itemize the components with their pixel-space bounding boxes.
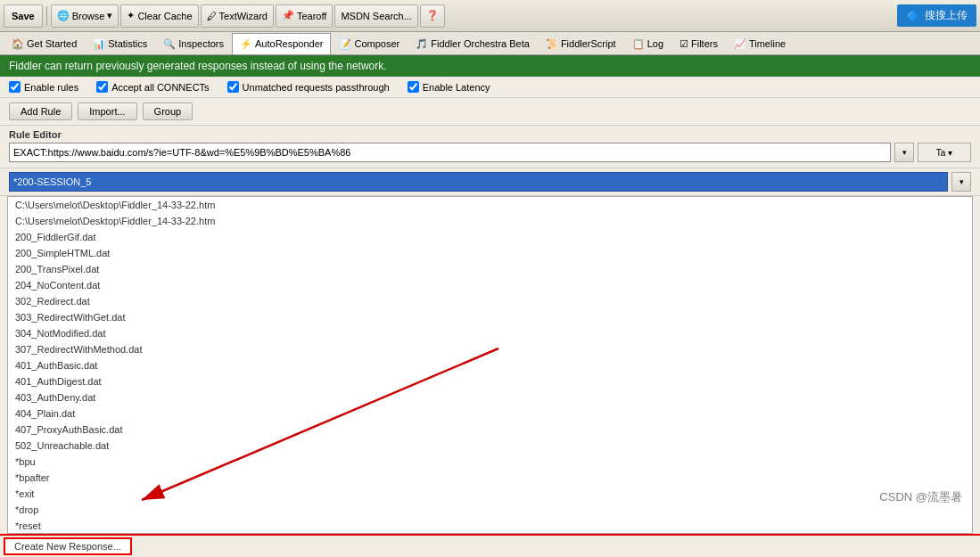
info-bar: Fiddler can return previously generated … [0, 55, 980, 77]
list-item[interactable]: *exit [8, 486, 972, 502]
composer-icon: 📝 [339, 38, 351, 50]
list-item[interactable]: 403_AuthDeny.dat [8, 389, 972, 405]
clear-cache-icon: ✦ [127, 10, 135, 21]
tab-autoresponder[interactable]: ⚡ AutoResponder [232, 33, 331, 54]
list-item[interactable]: 401_AuthDigest.dat [8, 373, 972, 389]
filters-icon: ☑ [679, 38, 688, 50]
list-item[interactable]: *bpu [8, 454, 972, 470]
selected-rule-input[interactable] [9, 172, 948, 192]
list-item[interactable]: 502_Unreachable.dat [8, 438, 972, 454]
checkbox-bar: Enable rules Accept all CONNECTs Unmatch… [0, 77, 980, 98]
inspectors-icon: 🔍 [163, 38, 176, 50]
separator-1 [46, 6, 47, 26]
enable-rules-checkbox[interactable]: Enable rules [9, 81, 78, 93]
list-item[interactable]: *reset [8, 518, 972, 534]
tab-fiddlerscript[interactable]: 📜 FiddlerScript [538, 33, 624, 54]
rule-url-input[interactable] [9, 143, 891, 162]
create-btn-row: Create New Response... [0, 534, 980, 557]
button-row: Add Rule Import... Group [0, 98, 980, 126]
statistics-icon: 📊 [93, 38, 105, 50]
group-button[interactable]: Group [143, 102, 194, 120]
badge-icon: 🔷 [906, 10, 919, 22]
help-button[interactable]: ❓ [420, 4, 445, 28]
tab-timeline[interactable]: 📈 Timeline [726, 33, 794, 54]
text-wizard-icon: 🖊 [207, 11, 217, 21]
list-item[interactable]: C:\Users\melot\Desktop\Fiddler_14-33-22.… [8, 197, 972, 213]
msdn-search-button[interactable]: MSDN Search... [334, 4, 417, 28]
toolbar: Save 🌐 Browse ▾ ✦ Clear Cache 🖊 TextWiza… [0, 0, 980, 32]
log-icon: 📋 [632, 38, 645, 50]
save-button[interactable]: Save [4, 4, 43, 28]
list-items-container: C:\Users\melot\Desktop\Fiddler_14-33-22.… [8, 197, 972, 534]
rule-action-dropdown[interactable]: Ta ▾ [918, 143, 971, 162]
tab-statistics[interactable]: 📊 Statistics [85, 33, 155, 54]
enable-latency-checkbox[interactable]: Enable Latency [408, 81, 490, 93]
rule-editor-label: Rule Editor [9, 129, 971, 140]
list-item[interactable]: *drop [8, 502, 972, 518]
chevron-down-icon: ▾ [107, 10, 112, 21]
tab-inspectors[interactable]: 🔍 Inspectors [155, 33, 232, 54]
import-button[interactable]: Import... [78, 102, 136, 120]
list-item[interactable]: 404_Plain.dat [8, 405, 972, 422]
list-item[interactable]: 304_NotModified.dat [8, 325, 972, 341]
timeline-icon: 📈 [734, 38, 746, 50]
browse-button[interactable]: 🌐 Browse ▾ [51, 4, 119, 28]
response-list[interactable]: C:\Users\melot\Desktop\Fiddler_14-33-22.… [7, 196, 973, 534]
list-item[interactable]: 200_TransPixel.dat [8, 261, 972, 277]
tab-bar: 🏠 Get Started 📊 Statistics 🔍 Inspectors … [0, 32, 980, 55]
tab-composer[interactable]: 📝 Composer [331, 33, 408, 54]
list-item[interactable]: 200_FiddlerGif.dat [8, 229, 972, 245]
list-item[interactable]: 204_NoContent.dat [8, 277, 972, 293]
main-content: Fiddler can return previously generated … [0, 55, 980, 557]
accept-connects-checkbox[interactable]: Accept all CONNECTs [96, 81, 209, 93]
fiddlerscript-icon: 📜 [546, 38, 558, 50]
list-item[interactable]: 302_Redirect.dat [8, 293, 972, 309]
globe-icon: 🌐 [57, 10, 70, 21]
list-item[interactable]: 307_RedirectWithMethod.dat [8, 341, 972, 357]
text-wizard-button[interactable]: 🖊 TextWizard [201, 4, 274, 28]
list-item[interactable]: 407_ProxyAuthBasic.dat [8, 422, 972, 438]
tearoff-icon: 📌 [282, 10, 294, 21]
tab-filters[interactable]: ☑ Filters [671, 33, 726, 54]
autoresponder-icon: ⚡ [240, 38, 252, 50]
list-item[interactable]: 200_SimpleHTML.dat [8, 245, 972, 261]
rule-dropdown-button[interactable]: ▾ [894, 143, 914, 162]
unmatched-passthrough-checkbox[interactable]: Unmatched requests passthrough [227, 81, 390, 93]
list-item[interactable]: C:\Users\melot\Desktop\Fiddler_14-33-22.… [8, 213, 972, 229]
help-icon: ❓ [426, 10, 439, 21]
list-item[interactable]: 303_RedirectWithGet.dat [8, 309, 972, 325]
tab-get-started[interactable]: 🏠 Get Started [4, 33, 85, 54]
create-response-button[interactable]: Create New Response... [4, 537, 132, 555]
list-item[interactable]: *bpafter [8, 470, 972, 486]
rule-editor-section: Rule Editor ▾ Ta ▾ [0, 126, 980, 168]
list-item[interactable]: 401_AuthBasic.dat [8, 357, 972, 373]
tab-log[interactable]: 📋 Log [624, 33, 671, 54]
get-started-icon: 🏠 [12, 38, 24, 50]
selected-rule-row: ▾ [0, 168, 980, 196]
selected-rule-dropdown[interactable]: ▾ [951, 172, 971, 192]
add-rule-button[interactable]: Add Rule [9, 102, 72, 120]
orchestra-icon: 🎵 [416, 38, 428, 50]
clear-cache-button[interactable]: ✦ Clear Cache [120, 4, 198, 28]
top-badge[interactable]: 🔷 搜搜上传 [897, 4, 976, 27]
tab-fiddler-orchestra[interactable]: 🎵 Fiddler Orchestra Beta [408, 33, 538, 54]
tearoff-button[interactable]: 📌 Tearoff [276, 4, 333, 28]
